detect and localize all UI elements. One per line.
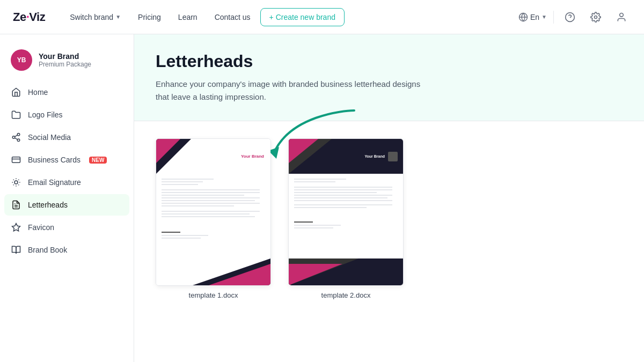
main-content: Letterheads Enhance your company's image… [134,34,644,362]
page-title: Letterheads [156,51,623,71]
svg-point-6 [17,134,20,136]
letterhead-icon [11,200,21,210]
sidebar-item-label: Home [28,88,48,97]
language-selector[interactable]: En ▼ [518,12,547,22]
sidebar-item-favicon[interactable]: Favicon [4,217,129,238]
svg-rect-11 [12,157,20,163]
svg-point-7 [12,136,15,139]
logo-text: Ze·Viz [13,10,45,24]
email-icon [11,177,21,188]
sidebar-item-label: Favicon [28,223,54,232]
sidebar-item-business-cards[interactable]: Business Cards New [4,149,129,171]
svg-line-10 [14,135,17,137]
hero-banner: Letterheads Enhance your company's image… [134,34,644,121]
sidebar-item-brand-book[interactable]: Brand Book [4,239,129,261]
brand-package: Premium Package [39,61,91,68]
create-new-brand-button[interactable]: + Create new brand [260,8,345,26]
globe-icon [518,12,528,22]
templates-section: Your Brand [134,121,644,316]
svg-marker-16 [12,224,20,231]
template-name-2: template 2.docx [288,291,404,299]
brand-name: Your Brand [39,52,91,61]
contact-nav[interactable]: Contact us [207,9,258,26]
gear-icon [590,12,601,23]
user-button[interactable] [612,8,631,27]
sidebar-item-home[interactable]: Home [4,82,129,103]
svg-point-8 [17,139,20,142]
templates-grid: Your Brand [156,138,623,299]
social-icon [11,132,21,143]
book-icon [11,245,21,255]
hero-description: Enhance your company's image with brande… [156,78,424,104]
brand-header: YB Your Brand Premium Package [0,43,134,82]
template-card-2[interactable]: Your Brand [288,138,404,299]
settings-button[interactable] [586,8,605,27]
sidebar-item-label: Brand Book [28,246,67,254]
brand-info: Your Brand Premium Package [39,52,91,68]
svg-marker-21 [209,264,270,285]
svg-point-5 [620,13,624,17]
svg-point-13 [14,181,18,184]
help-icon [565,12,575,23]
svg-line-9 [14,138,17,139]
sidebar-item-logo-files[interactable]: Logo Files [4,104,129,125]
logo[interactable]: Ze·Viz [13,10,45,24]
folder-icon [11,109,21,120]
sidebar-item-label: Logo Files [28,110,63,119]
sidebar-item-label: Email Signature [28,178,81,187]
sidebar-item-letterheads[interactable]: Letterheads [4,194,129,216]
divider [553,11,554,24]
sidebar-item-email-signature[interactable]: Email Signature [4,172,129,193]
header-right: En ▼ [518,8,631,27]
template-card-1[interactable]: Your Brand [156,138,271,299]
avatar: YB [11,49,32,71]
pricing-nav[interactable]: Pricing [130,9,169,26]
template-preview-1: Your Brand [156,138,271,286]
template-name-1: template 1.docx [156,291,271,299]
svg-marker-25 [289,264,342,285]
home-icon [11,87,21,98]
chevron-down-icon: ▼ [115,14,121,20]
learn-nav[interactable]: Learn [171,9,205,26]
svg-point-4 [595,16,597,18]
user-icon [616,12,627,23]
sidebar-nav: Home Logo Files Social Media [0,82,134,261]
layout: YB Your Brand Premium Package Home [0,34,644,362]
template-preview-2: Your Brand [288,138,404,286]
card-icon [11,154,21,165]
chevron-down-icon: ▼ [541,14,547,20]
sidebar-item-label: Letterheads [28,201,68,209]
sidebar-item-label: Social Media [28,133,71,142]
sidebar: YB Your Brand Premium Package Home [0,34,134,362]
sidebar-item-label: Business Cards [28,156,80,164]
new-badge: New [89,157,107,164]
sidebar-item-social-media[interactable]: Social Media [4,127,129,148]
switch-brand-nav[interactable]: Switch brand ▼ [62,9,128,26]
main-nav: Switch brand ▼ Pricing Learn Contact us … [62,8,518,26]
header: Ze·Viz Switch brand ▼ Pricing Learn Cont… [0,0,644,34]
help-button[interactable] [560,8,580,27]
star-icon [11,222,21,233]
